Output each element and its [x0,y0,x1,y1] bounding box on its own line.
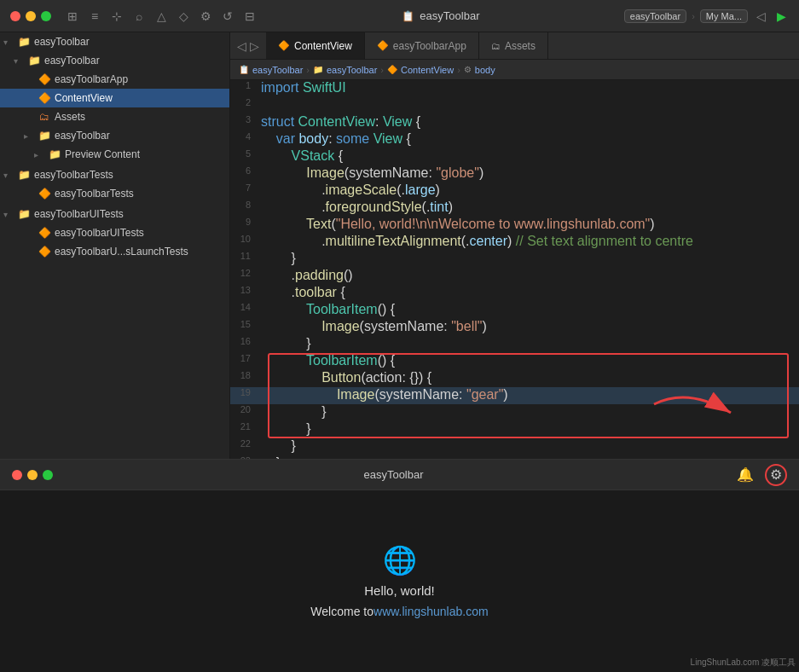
code-line-22: 22 } [230,438,799,455]
breadcrumb-sep-title: › [692,11,695,21]
folder-icon: 📁 [27,55,41,67]
preview-toolbar-icons: 🔔 ⚙ [734,464,787,486]
titlebar-icons: ⊞ ≡ ⊹ ⌕ △ ◇ ⚙ ↺ ⊟ [65,9,258,24]
minimize-button[interactable] [26,11,36,21]
sidebar-item-easytoolbarapp[interactable]: ▸ 🔶 easyToolbarApp [0,70,229,89]
preview-traffic-lights [12,470,53,480]
titlebar-right: easyToolbar › My Ma... ◁ ▶ [624,9,789,24]
chevron-down-icon: ▾ [3,38,14,47]
sidebar-item-easytoolbar-root[interactable]: ▾ 📁 easyToolbar [0,32,229,51]
sidebar-item-easytoolbar-group[interactable]: ▾ 📁 easyToolbar [0,51,229,70]
code-line-10: 10 .multilineTextAlignment(.center) // S… [230,234,799,251]
folder-icon: 📁 [17,36,31,48]
folder-icon: 📁 [48,148,61,160]
search-icon[interactable]: ⌕ [131,9,147,24]
preview-minimize-button[interactable] [27,470,38,480]
tab-easytoolbarapp[interactable]: 🔶 easyToolbarApp [365,32,479,59]
grid-icon[interactable]: ⊟ [242,9,258,24]
swift-icon: 🔶 [38,73,51,85]
close-button[interactable] [10,11,20,21]
chevron-down-icon: ▾ [3,171,14,180]
traffic-lights [10,11,51,21]
bell-icon[interactable]: 🔔 [734,464,756,486]
chevron-down-icon: ▾ [14,56,24,66]
code-line-13: 13 .toolbar { [230,285,799,302]
preview-close-button[interactable] [12,470,22,480]
sidebar-item-preview-content[interactable]: ▸ 📁 Preview Content [0,145,229,164]
sidebar-item-assets[interactable]: ▸ 🗂 Assets [0,107,229,126]
hierarchy-icon[interactable]: ≡ [87,9,102,24]
code-line-23: 23 } [230,455,799,459]
sidebar-item-easytoolbaruitests[interactable]: ▸ 🔶 easyToolbarUITests [0,223,229,242]
assets-icon: 🗂 [38,111,51,123]
code-line-12: 12 .padding() [230,268,799,285]
bookmark-icon[interactable]: ⊹ [109,9,124,24]
maximize-button[interactable] [41,11,51,21]
preview-hello-text: Hello, world! [364,583,435,598]
sidebar-item-easytoolbar-folder[interactable]: ▸ 📁 easyToolbar [0,126,229,145]
preview-welcome-text: Welcome to [310,605,373,618]
code-line-14: 14 ToolbarItem() { [230,302,799,319]
back-icon[interactable]: ◁ [753,9,768,24]
folder-icon: 📁 [38,130,51,142]
preview-welcome-line: Welcome to www.lingshunlab.com [310,605,488,618]
editor[interactable]: 1 import SwiftUI 2 3 struct ContentView:… [230,80,799,459]
folder-icon: 📁 [17,169,31,181]
code-line-5: 5 VStack { [230,148,799,165]
editor-container: ◁ ▷ 🔶 ContentView 🔶 easyToolbarApp 🗂 Ass… [230,32,799,459]
swift-tab-icon: 🔶 [377,40,389,51]
code-line-16: 16 } [230,336,799,353]
code-line-11: 11 } [230,251,799,268]
tab-assets[interactable]: 🗂 Assets [479,32,548,59]
tabbar: ◁ ▷ 🔶 ContentView 🔶 easyToolbarApp 🗂 Ass… [230,32,799,60]
breadcrumb-icon: 📋 [239,65,249,74]
scheme-badge[interactable]: easyToolbar [624,9,686,23]
sidebar-item-easytoolbarslaunchtests[interactable]: ▸ 🔶 easyToolbarU...sLaunchTests [0,242,229,261]
preview-link[interactable]: www.lingshunlab.com [373,605,489,618]
main-area: ▾ 📁 easyToolbar ▾ 📁 easyToolbar ▸ 🔶 easy… [0,32,799,459]
code-line-1: 1 import SwiftUI [230,80,799,97]
swift-icon: 🔶 [38,246,51,258]
code-line-3: 3 struct ContentView: View { [230,114,799,131]
chevron-down-icon: ▾ [3,210,14,219]
sidebar-toggle-icon[interactable]: ⊞ [65,9,80,24]
code-line-7: 7 .imageScale(.large) [230,182,799,200]
editor-nav: ◁ ▷ [230,39,266,53]
sidebar-item-easytoolbaruitests-group[interactable]: ▾ 📁 easyToolbarUITests [0,205,229,223]
swift-icon: 🔶 [38,188,51,200]
warning-icon[interactable]: △ [153,9,169,24]
swift-tab-icon: 🔶 [278,40,290,51]
sidebar-item-easytoolbartests[interactable]: ▸ 🔶 easyToolbarTests [0,184,229,203]
loop-icon[interactable]: ↺ [220,9,235,24]
breadcrumb: 📋 easyToolbar › 📁 easyToolbar › 🔶 Conten… [230,60,799,80]
chevron-right-icon: ▸ [34,150,44,159]
assets-tab-icon: 🗂 [491,41,501,51]
code-line-15: 15 Image(systemName: "bell") [230,319,799,336]
config-icon[interactable]: ⚙ [198,9,213,24]
play-icon[interactable]: ▶ [773,9,789,24]
globe-icon: 🌐 [383,544,417,576]
preview-maximize-button[interactable] [43,470,53,480]
sidebar: ▾ 📁 easyToolbar ▾ 📁 easyToolbar ▸ 🔶 easy… [0,32,230,459]
breadcrumb-icon4: ⚙ [464,65,472,74]
destination-badge[interactable]: My Ma... [700,9,748,23]
window-icon: 📋 [402,10,414,22]
code-line-4: 4 var body: some View { [230,131,799,148]
diamond-icon[interactable]: ◇ [176,9,191,24]
nav-forward-icon[interactable]: ▷ [250,39,259,53]
swift-icon: 🔶 [38,92,51,104]
code-line-17: 17 ToolbarItem() { [230,353,799,370]
preview-panel: easyToolbar 🔔 ⚙ 🌐 Hello, world! Welcome … [0,459,799,672]
nav-back-icon[interactable]: ◁ [237,39,246,53]
tab-contentview[interactable]: 🔶 ContentView [266,32,365,59]
breadcrumb-icon3: 🔶 [387,65,397,74]
sidebar-item-easytoolbartests-group[interactable]: ▾ 📁 easyToolbarTests [0,165,229,184]
code-line-8: 8 .foregroundStyle(.tint) [230,200,799,217]
preview-titlebar: easyToolbar 🔔 ⚙ [0,460,799,490]
watermark: LingShunLab.com 凌顺工具 [691,657,796,669]
code-line-9: 9 Text("Hello, world!\n\nWelcome to www.… [230,217,799,234]
titlebar-title: 📋 easyToolbar [264,9,617,22]
titlebar: ⊞ ≡ ⊹ ⌕ △ ◇ ⚙ ↺ ⊟ 📋 easyToolbar easyTool… [0,0,799,32]
gear-icon[interactable]: ⚙ [765,464,787,486]
sidebar-item-contentview[interactable]: ▸ 🔶 ContentView [0,89,229,107]
